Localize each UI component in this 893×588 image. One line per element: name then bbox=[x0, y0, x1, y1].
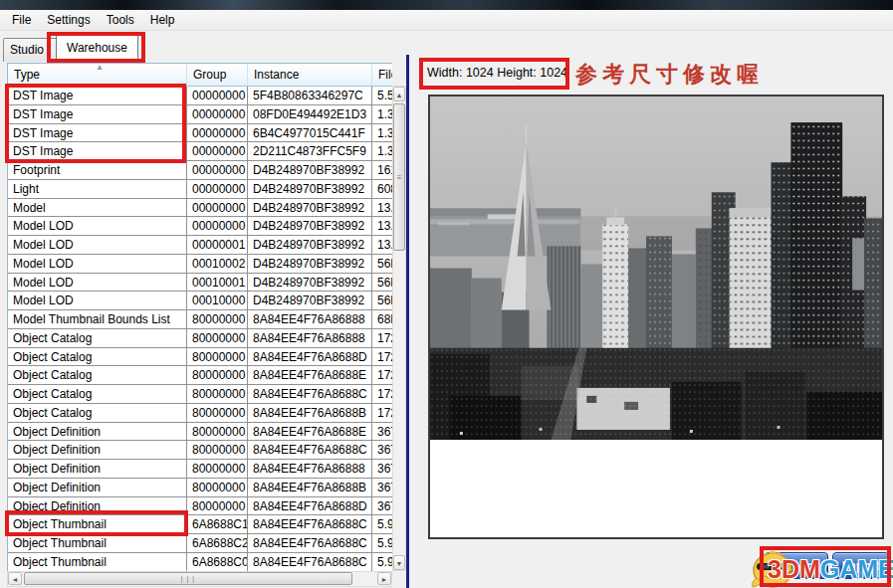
cell-type: Object Definition bbox=[8, 441, 187, 460]
cell-size: 367B bbox=[372, 497, 392, 516]
scroll-right-icon[interactable]: ► bbox=[377, 572, 391, 585]
table-row[interactable]: Model LOD00010001D4B248970BF3899256BB bbox=[8, 274, 392, 293]
table-row[interactable]: Model LOD00010000D4B248970BF3899256BB bbox=[8, 292, 392, 310]
cell-size: 13.3 bbox=[372, 236, 392, 255]
table-row[interactable]: Object Definition800000008A84EE4F76A8688… bbox=[8, 423, 392, 442]
vertical-scroll-thumb[interactable]: ≡ bbox=[393, 103, 405, 251]
horizontal-scroll-thumb[interactable]: | | | bbox=[24, 572, 352, 585]
cell-size: 1.3K bbox=[372, 105, 392, 124]
cell-instance: D4B248970BF38992 bbox=[248, 236, 372, 255]
table-row[interactable]: Object Catalog800000008A84EE4F76A8688B17… bbox=[8, 404, 392, 423]
table-row[interactable]: Model LOD00000000D4B248970BF3899213.3 bbox=[8, 217, 392, 236]
cell-group: 00000000 bbox=[187, 124, 248, 143]
menu-file[interactable]: File bbox=[4, 11, 39, 29]
table-row[interactable]: Object Definition800000008A84EE4F76A8688… bbox=[8, 479, 392, 497]
horizontal-scrollbar[interactable]: ◄ | | | ► bbox=[7, 571, 392, 587]
menu-settings[interactable]: Settings bbox=[39, 11, 98, 29]
cell-instance: D4B248970BF38992 bbox=[248, 255, 372, 274]
cell-size: 172K bbox=[372, 366, 392, 385]
cell-type: Model LOD bbox=[8, 292, 187, 310]
cell-size: 161B bbox=[372, 161, 392, 180]
cell-group: 00010002 bbox=[187, 255, 248, 274]
cell-instance: 8A84EE4F76A8688B bbox=[248, 404, 372, 423]
table-row[interactable]: Light00000000D4B248970BF38992608B bbox=[8, 180, 392, 199]
cell-type: DST Image bbox=[8, 87, 187, 105]
cell-instance: 8A84EE4F76A8688C bbox=[248, 534, 372, 553]
image-preview-frame bbox=[428, 95, 884, 539]
column-header-type-label: Type bbox=[14, 68, 40, 82]
cell-instance: 8A84EE4F76A8688E bbox=[248, 423, 372, 442]
scroll-up-icon[interactable]: ▲ bbox=[393, 87, 405, 101]
table-row[interactable]: Object Thumbnail6A8688C28A84EE4F76A8688C… bbox=[8, 534, 392, 553]
cell-type: Model LOD bbox=[8, 217, 187, 236]
cell-group: 00000001 bbox=[187, 236, 248, 255]
table-row[interactable]: Model LOD00000001D4B248970BF3899213.3 bbox=[8, 236, 392, 255]
cell-type: Object Catalog bbox=[8, 404, 187, 423]
cell-instance: 8A84EE4F76A8688C bbox=[248, 441, 372, 460]
table-row[interactable]: DST Image000000006B4C4977015C441F1.3K bbox=[8, 124, 392, 143]
table-row[interactable]: Model LOD00010002D4B248970BF3899256BB bbox=[8, 255, 392, 274]
column-header-instance[interactable]: Instance bbox=[248, 64, 372, 86]
table-row[interactable]: Object Definition800000008A84EE4F76A8688… bbox=[8, 441, 392, 460]
panel-splitter[interactable] bbox=[406, 55, 409, 588]
cell-instance: 8A84EE4F76A8688C bbox=[248, 385, 372, 404]
cell-size: 13.3 bbox=[372, 217, 392, 236]
tab-studio[interactable]: Studio bbox=[3, 38, 59, 62]
table-row[interactable]: Object Thumbnail6A8688C08A84EE4F76A8688C… bbox=[8, 553, 392, 571]
import-button[interactable]: Import bbox=[832, 552, 889, 579]
menu-tools[interactable]: Tools bbox=[99, 11, 142, 29]
cell-group: 80000000 bbox=[187, 366, 248, 385]
table-row[interactable]: DST Image0000000008FD0E494492E1D31.3K bbox=[8, 105, 392, 124]
menu-help[interactable]: Help bbox=[142, 11, 183, 29]
cell-type: Model bbox=[8, 199, 187, 218]
cell-size: 5.9K bbox=[372, 515, 392, 534]
cell-group: 6A8688C1 bbox=[187, 515, 248, 534]
cell-instance: D4B248970BF38992 bbox=[248, 292, 372, 310]
table-row[interactable]: Object Catalog800000008A84EE4F76A8688C17… bbox=[8, 385, 392, 404]
cell-size: 172K bbox=[372, 348, 392, 367]
city-skyline-preview-image bbox=[430, 97, 882, 440]
menu-bar: File Settings Tools Help bbox=[0, 10, 893, 31]
vertical-scrollbar[interactable]: ▲ ≡ ▼ bbox=[392, 86, 406, 571]
table-row[interactable]: DST Image000000002D211C4873FFC5F91.3K bbox=[8, 142, 392, 161]
cell-size: 367B bbox=[372, 460, 392, 479]
table-row[interactable]: Object Catalog800000008A84EE4F76A8688D17… bbox=[8, 348, 392, 367]
table-row[interactable]: Object Definition800000008A84EE4F76A8688… bbox=[8, 460, 392, 479]
table-row[interactable]: Object Definition800000008A84EE4F76A8688… bbox=[8, 497, 392, 516]
cell-type: Light bbox=[8, 180, 187, 199]
table-row[interactable]: DST Image000000005F4B80863346297C5.5K bbox=[8, 87, 392, 105]
cell-group: 80000000 bbox=[187, 460, 248, 479]
cell-group: 00000000 bbox=[187, 161, 248, 180]
table-row[interactable]: Model Thumbnail Bounds List800000008A84E… bbox=[8, 310, 392, 329]
cell-type: DST Image bbox=[8, 124, 187, 143]
tab-warehouse[interactable]: Warehouse bbox=[56, 34, 138, 62]
cell-size: 172K bbox=[372, 404, 392, 423]
cell-instance: D4B248970BF38992 bbox=[248, 217, 372, 236]
cell-size: 5.9K bbox=[372, 534, 392, 553]
cell-instance: 5F4B80863346297C bbox=[248, 87, 372, 105]
scroll-down-icon[interactable]: ▼ bbox=[393, 555, 405, 570]
column-header-type[interactable]: Type ▲ bbox=[8, 64, 187, 86]
cell-group: 80000000 bbox=[187, 404, 248, 423]
column-header-filesize[interactable]: File Size bbox=[372, 64, 392, 86]
cell-group: 80000000 bbox=[187, 385, 248, 404]
table-row[interactable]: Model00000000D4B248970BF3899213.6 bbox=[8, 199, 392, 218]
cell-type: Footprint bbox=[8, 161, 187, 180]
cell-group: 00010001 bbox=[187, 274, 248, 293]
scroll-left-icon[interactable]: ◄ bbox=[8, 572, 22, 585]
cell-size: 56BB bbox=[372, 274, 392, 293]
cell-size: 56BB bbox=[372, 292, 392, 310]
column-header-group[interactable]: Group bbox=[187, 64, 248, 86]
annotation-note-text: 参考尺寸修改喔 bbox=[575, 60, 764, 90]
table-row[interactable]: Footprint00000000D4B248970BF38992161B bbox=[8, 161, 392, 180]
table-row[interactable]: Object Thumbnail6A8688C18A84EE4F76A8688C… bbox=[8, 515, 392, 534]
table-row[interactable]: Object Catalog800000008A84EE4F76A8688E17… bbox=[8, 366, 392, 385]
table-row[interactable]: Object Catalog800000008A84EE4F76A8688817… bbox=[8, 329, 392, 348]
cell-group: 80000000 bbox=[187, 329, 248, 348]
cell-type: DST Image bbox=[8, 142, 187, 161]
table-header: Type ▲ Group Instance File Size bbox=[8, 64, 392, 87]
cell-size: 56BB bbox=[372, 255, 392, 274]
cell-instance: 8A84EE4F76A86888 bbox=[248, 310, 372, 329]
cell-instance: 08FD0E494492E1D3 bbox=[248, 105, 372, 124]
cell-type: Object Definition bbox=[8, 460, 187, 479]
